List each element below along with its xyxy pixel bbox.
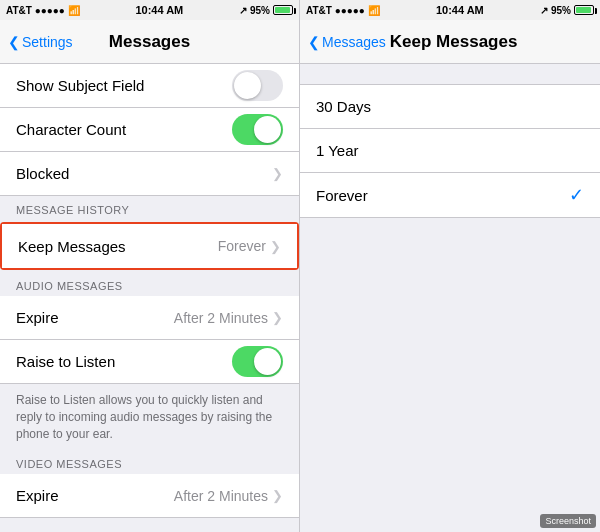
keep-messages-section: Keep Messages Forever ❯ [0, 222, 299, 270]
checkmark-icon: ✓ [569, 184, 584, 206]
screenshot-badge: Screenshot [540, 514, 596, 528]
page-title-right: Keep Messages [390, 32, 518, 52]
status-bar-left: AT&T ●●●●● 📶 10:44 AM ↗ 95% [0, 0, 299, 20]
option-30-days[interactable]: 30 Days [300, 85, 600, 129]
keep-messages-label: Keep Messages [18, 238, 126, 255]
time-right: 10:44 AM [436, 4, 484, 16]
message-history-header: MESSAGE HISTORY [0, 196, 299, 220]
toggle-thumb-3 [254, 348, 281, 375]
arrow-icon-right: ↗ [540, 5, 548, 16]
battery-left: ↗ 95% [239, 5, 293, 16]
video-messages-header: VIDEO MESSAGES [0, 450, 299, 474]
carrier-left: AT&T ●●●●● 📶 [6, 5, 80, 16]
carrier-right: AT&T ●●●●● 📶 [306, 5, 380, 16]
raise-to-listen-row[interactable]: Raise to Listen [0, 340, 299, 384]
option-30-days-label: 30 Days [316, 98, 371, 115]
battery-icon-left [273, 5, 293, 15]
raise-to-listen-description: Raise to Listen allows you to quickly li… [0, 384, 299, 450]
character-count-toggle[interactable] [232, 114, 283, 145]
show-subject-toggle[interactable] [232, 70, 283, 101]
option-forever-label: Forever [316, 187, 368, 204]
video-expire-row[interactable]: Expire After 2 Minutes ❯ [0, 474, 299, 518]
toggle-thumb [234, 72, 261, 99]
chevron-right-icon: ❯ [272, 166, 283, 181]
option-1-year[interactable]: 1 Year [300, 129, 600, 173]
time-left: 10:44 AM [135, 4, 183, 16]
battery-right: ↗ 95% [540, 5, 594, 16]
audio-messages-header: AUDIO MESSAGES [0, 272, 299, 296]
back-button-right[interactable]: ❮ Messages [308, 34, 386, 50]
blocked-label: Blocked [16, 165, 69, 182]
character-count-label: Character Count [16, 121, 126, 138]
chevron-left-icon: ❮ [8, 34, 20, 50]
raise-to-listen-label: Raise to Listen [16, 353, 115, 370]
raise-to-listen-toggle[interactable] [232, 346, 283, 377]
chevron-right-icon-4: ❯ [272, 488, 283, 503]
keep-messages-options: 30 Days 1 Year Forever ✓ [300, 84, 600, 218]
video-expire-right: After 2 Minutes ❯ [174, 488, 283, 504]
nav-bar-left: ❮ Settings Messages [0, 20, 299, 64]
keep-messages-right: Forever ❯ [218, 238, 281, 254]
status-bar-right: AT&T ●●●●● 📶 10:44 AM ↗ 95% [300, 0, 600, 20]
nav-bar-right: ❮ Messages Keep Messages [300, 20, 600, 64]
keep-messages-row[interactable]: Keep Messages Forever ❯ [2, 224, 297, 268]
back-button-left[interactable]: ❮ Settings [8, 34, 73, 50]
option-forever[interactable]: Forever ✓ [300, 173, 600, 217]
battery-fill-left [275, 7, 290, 13]
show-subject-label: Show Subject Field [16, 77, 144, 94]
battery-fill-right [576, 7, 591, 13]
blocked-row[interactable]: Blocked ❯ [0, 152, 299, 196]
character-count-row[interactable]: Character Count [0, 108, 299, 152]
right-panel: AT&T ●●●●● 📶 10:44 AM ↗ 95% ❮ Messages K… [300, 0, 600, 532]
audio-expire-right: After 2 Minutes ❯ [174, 310, 283, 326]
page-title-left: Messages [109, 32, 190, 52]
chevron-right-icon-3: ❯ [272, 310, 283, 325]
show-subject-row[interactable]: Show Subject Field [0, 64, 299, 108]
video-expire-label: Expire [16, 487, 59, 504]
app-container: AT&T ●●●●● 📶 10:44 AM ↗ 95% ❮ Settings M… [0, 0, 600, 532]
chevron-right-icon-2: ❯ [270, 239, 281, 254]
keep-messages-value: Forever [218, 238, 266, 254]
arrow-icon: ↗ [239, 5, 247, 16]
audio-expire-value: After 2 Minutes [174, 310, 268, 326]
option-1-year-label: 1 Year [316, 142, 359, 159]
chevron-left-icon-right: ❮ [308, 34, 320, 50]
blocked-right: ❯ [272, 166, 283, 181]
audio-expire-row[interactable]: Expire After 2 Minutes ❯ [0, 296, 299, 340]
left-panel: AT&T ●●●●● 📶 10:44 AM ↗ 95% ❮ Settings M… [0, 0, 300, 532]
settings-list: Show Subject Field Character Count Block… [0, 64, 299, 532]
audio-expire-label: Expire [16, 309, 59, 326]
toggle-thumb-2 [254, 116, 281, 143]
battery-icon-right [574, 5, 594, 15]
video-expire-value: After 2 Minutes [174, 488, 268, 504]
